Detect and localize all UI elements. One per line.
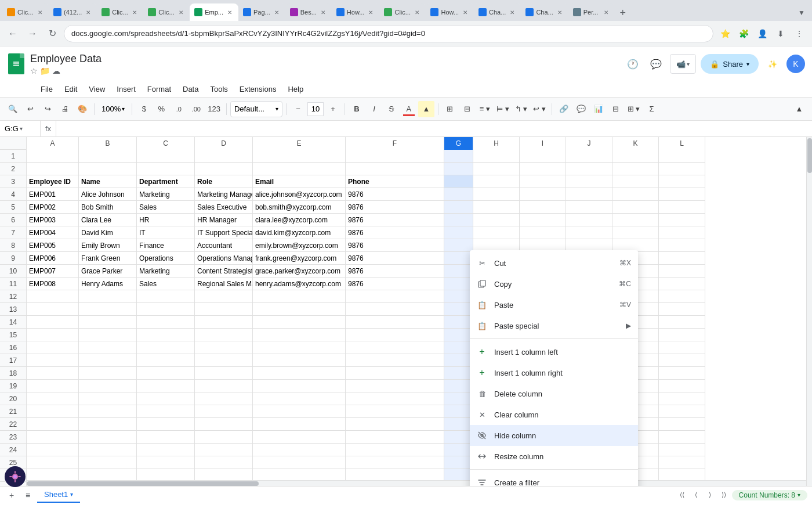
cell-b14[interactable] [79, 316, 137, 329]
cell-k3[interactable] [612, 175, 659, 188]
add-sheet-button[interactable]: + [5, 488, 19, 502]
col-header-l[interactable]: L [659, 137, 705, 150]
paint-format-button[interactable]: 🎨 [74, 101, 90, 117]
cell-g3[interactable] [444, 175, 473, 188]
scroll-right-right-button[interactable]: ⟩⟩ [718, 489, 730, 501]
extensions-icon[interactable]: 🧩 [735, 26, 752, 42]
cell-d3[interactable]: Role [195, 175, 253, 188]
cell-g18[interactable] [444, 367, 473, 380]
insert-chart-button[interactable]: 📊 [590, 101, 607, 117]
row-num-13[interactable]: 13 [0, 303, 27, 316]
col-header-f[interactable]: F [346, 137, 444, 150]
cell-e8[interactable]: emily.brown@xyzcorp.com [253, 239, 346, 252]
font-family-selector[interactable]: Default... ▾ [230, 101, 282, 117]
cell-j5[interactable] [566, 201, 612, 214]
bold-button[interactable]: B [349, 101, 365, 117]
align-vert-button[interactable]: ⊨ ▾ [494, 101, 512, 117]
menu-data[interactable]: Data [177, 82, 204, 97]
cell-f4[interactable]: 9876 [346, 188, 444, 201]
vertical-scrollbar[interactable] [806, 137, 812, 486]
cell-g6[interactable] [444, 214, 473, 226]
cell-g8[interactable] [444, 239, 473, 252]
cell-e2[interactable] [253, 163, 346, 175]
ctx-insert-col-right[interactable]: + Insert 1 column right [470, 362, 638, 383]
cell-l21[interactable] [659, 405, 705, 418]
cell-b13[interactable] [79, 303, 137, 316]
ctx-cut[interactable]: ✂ Cut ⌘X [470, 253, 638, 273]
reload-button[interactable]: ↻ [44, 26, 60, 42]
cell-b18[interactable] [79, 367, 137, 380]
link-button[interactable]: 🔗 [556, 101, 572, 117]
ctx-paste-special[interactable]: 📋 Paste special ▶ [470, 315, 638, 336]
cell-e20[interactable] [253, 392, 346, 405]
cell-c20[interactable] [137, 392, 195, 405]
cell-l23[interactable] [659, 431, 705, 444]
cell-d19[interactable] [195, 380, 253, 392]
cell-d13[interactable] [195, 303, 253, 316]
print-button[interactable]: 🖨 [57, 101, 73, 117]
undo-button[interactable]: ↩ [22, 101, 38, 117]
row-num-4[interactable]: 4 [0, 188, 27, 201]
cell-c1[interactable] [137, 150, 195, 163]
cell-b25[interactable] [79, 456, 137, 469]
forward-button[interactable]: → [24, 26, 41, 42]
cell-e15[interactable] [253, 329, 346, 341]
scroll-left-button[interactable]: ⟨ [690, 489, 702, 501]
cell-b20[interactable] [79, 392, 137, 405]
cell-l11[interactable] [659, 278, 705, 290]
cell-i7[interactable] [520, 226, 566, 239]
tab-close-4[interactable]: ✕ [177, 8, 185, 16]
cell-b2[interactable] [79, 163, 137, 175]
cell-i2[interactable] [520, 163, 566, 175]
italic-button[interactable]: I [366, 101, 382, 117]
cell-l17[interactable] [659, 354, 705, 367]
cell-f3[interactable]: Phone [346, 175, 444, 188]
cell-a15[interactable] [27, 329, 79, 341]
cell-f5[interactable]: 9876 [346, 201, 444, 214]
cell-c2[interactable] [137, 163, 195, 175]
scroll-right-button[interactable]: ⟩ [704, 489, 716, 501]
comment-button[interactable]: 💬 [647, 55, 665, 73]
cell-l10[interactable] [659, 265, 705, 278]
row-num-7[interactable]: 7 [0, 226, 27, 239]
cell-g17[interactable] [444, 354, 473, 367]
borders-button[interactable]: ⊞ [442, 101, 458, 117]
cell-e11[interactable]: henry.adams@xyzcorp.com [253, 278, 346, 290]
cell-d25[interactable] [195, 456, 253, 469]
cell-g5[interactable] [444, 201, 473, 214]
cell-b11[interactable]: Henry Adams [79, 278, 137, 290]
cell-f17[interactable] [346, 354, 444, 367]
tab-close-5[interactable]: ✕ [226, 8, 234, 16]
cell-g21[interactable] [444, 405, 473, 418]
cell-b1[interactable] [79, 150, 137, 163]
sheet-tab-dropdown[interactable]: ▾ [70, 491, 73, 498]
row-num-8[interactable]: 8 [0, 239, 27, 252]
cell-b9[interactable]: Frank Green [79, 252, 137, 265]
gemini-button[interactable]: ✨ [763, 55, 782, 73]
cell-k1[interactable] [612, 150, 659, 163]
horizontal-scrollbar[interactable] [27, 480, 806, 486]
cell-h4[interactable] [473, 188, 520, 201]
cell-a6[interactable]: EMP003 [27, 214, 79, 226]
row-num-22[interactable]: 22 [0, 418, 27, 431]
cell-f20[interactable] [346, 392, 444, 405]
cell-e12[interactable] [253, 290, 346, 303]
scroll-left-left-button[interactable]: ⟨⟨ [676, 489, 688, 501]
decimal-less-button[interactable]: .0 [171, 101, 187, 117]
redo-button[interactable]: ↪ [39, 101, 56, 117]
cell-g4[interactable] [444, 188, 473, 201]
cell-f14[interactable] [346, 316, 444, 329]
cell-a11[interactable]: EMP008 [27, 278, 79, 290]
user-avatar[interactable]: K [786, 55, 805, 73]
cell-e18[interactable] [253, 367, 346, 380]
cell-g11[interactable] [444, 278, 473, 290]
col-header-g[interactable]: G [444, 137, 473, 150]
table-view-button[interactable]: ⊞ ▾ [625, 101, 643, 117]
cell-l9[interactable] [659, 252, 705, 265]
tab-3[interactable]: Clic... ✕ [97, 3, 143, 21]
cell-l15[interactable] [659, 329, 705, 341]
cell-c6[interactable]: HR [137, 214, 195, 226]
cell-a10[interactable]: EMP007 [27, 265, 79, 278]
font-size-decrease-button[interactable]: − [290, 101, 306, 117]
cell-k4[interactable] [612, 188, 659, 201]
